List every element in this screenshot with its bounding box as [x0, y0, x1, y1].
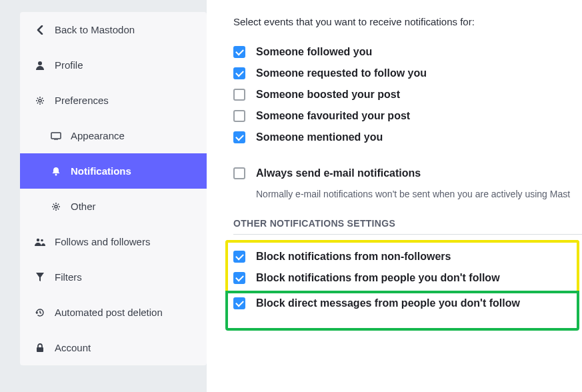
lock-icon: [33, 343, 47, 353]
option-favourited[interactable]: Someone favourited your post: [233, 110, 582, 122]
checkbox-icon[interactable]: [233, 167, 245, 179]
nav-preferences-label: Preferences: [55, 95, 109, 106]
sidebar: Back to Mastodon Profile Preferences App…: [0, 0, 207, 392]
checkbox-icon[interactable]: [233, 251, 245, 263]
section-other-heading: OTHER NOTIFICATIONS SETTINGS: [233, 218, 582, 235]
svg-rect-2: [51, 133, 61, 139]
checkbox-icon[interactable]: [233, 46, 245, 58]
chevron-left-icon: [33, 25, 47, 35]
svg-rect-8: [37, 347, 43, 352]
option-always-email[interactable]: Always send e-mail notifications: [233, 167, 582, 179]
nav-filters-label: Filters: [55, 271, 82, 283]
nav-notifications-label: Notifications: [71, 165, 131, 177]
option-label: Someone boosted your post: [256, 89, 400, 101]
checkbox-icon[interactable]: [233, 131, 245, 143]
option-label: Block notifications from non-followers: [256, 251, 451, 263]
nav-back-label: Back to Mastodon: [55, 24, 135, 35]
nav-account-label: Account: [55, 342, 91, 353]
option-block-not-following[interactable]: Block notifications from people you don'…: [233, 272, 571, 284]
option-followed[interactable]: Someone followed you: [233, 46, 582, 58]
intro-text: Select events that you want to receive n…: [233, 16, 582, 27]
history-icon: [33, 308, 47, 317]
option-label: Someone followed you: [256, 46, 372, 58]
nav-automated-label: Automated post deletion: [55, 307, 163, 318]
option-always-email-group: Always send e-mail notifications Normall…: [233, 167, 582, 199]
user-icon: [33, 61, 47, 70]
main-content: Select events that you want to receive n…: [207, 0, 582, 392]
option-label: Always send e-mail notifications: [256, 167, 421, 179]
bell-icon: [49, 167, 63, 176]
option-label: Someone mentioned you: [256, 131, 383, 143]
option-requested[interactable]: Someone requested to follow you: [233, 67, 582, 79]
option-label: Someone favourited your post: [256, 110, 410, 122]
option-label: Block direct messages from people you do…: [256, 297, 520, 309]
checkbox-icon[interactable]: [233, 297, 245, 309]
nav-automated[interactable]: Automated post deletion: [20, 295, 207, 330]
nav-preferences[interactable]: Preferences: [20, 83, 207, 118]
gear-icon: [49, 202, 63, 211]
svg-point-1: [39, 99, 41, 102]
nav-other[interactable]: Other: [20, 189, 207, 224]
highlight-yellow-box: Block notifications from non-followers B…: [225, 240, 579, 291]
nav-follows[interactable]: Follows and followers: [20, 224, 207, 259]
checkbox-icon[interactable]: [233, 67, 245, 79]
monitor-icon: [49, 132, 63, 140]
gear-icon: [33, 96, 47, 105]
checkbox-icon[interactable]: [233, 89, 245, 101]
nav-appearance-label: Appearance: [71, 130, 125, 141]
nav-appearance[interactable]: Appearance: [20, 118, 207, 153]
filter-icon: [33, 273, 47, 282]
svg-point-4: [55, 173, 57, 175]
checkbox-icon[interactable]: [233, 272, 245, 284]
users-icon: [33, 238, 47, 246]
svg-point-6: [37, 238, 39, 241]
nav-back[interactable]: Back to Mastodon: [20, 12, 207, 47]
option-mentioned[interactable]: Someone mentioned you: [233, 131, 582, 143]
svg-point-0: [38, 61, 42, 65]
option-label: Someone requested to follow you: [256, 67, 427, 79]
nav-notifications[interactable]: Notifications: [20, 153, 207, 189]
nav-filters[interactable]: Filters: [20, 259, 207, 295]
nav-profile-label: Profile: [55, 59, 83, 71]
nav-follows-label: Follows and followers: [55, 236, 150, 247]
svg-point-7: [41, 239, 43, 241]
option-label: Block notifications from people you don'…: [256, 272, 500, 284]
option-always-email-sub: Normally e-mail notifications won't be s…: [256, 189, 582, 199]
svg-point-5: [55, 205, 57, 208]
nav-profile[interactable]: Profile: [20, 47, 207, 83]
nav-account[interactable]: Account: [20, 330, 207, 365]
sidebar-nav: Back to Mastodon Profile Preferences App…: [20, 12, 207, 365]
checkbox-icon[interactable]: [233, 110, 245, 122]
option-block-non-followers[interactable]: Block notifications from non-followers: [233, 251, 571, 263]
option-block-dm-not-following[interactable]: Block direct messages from people you do…: [233, 297, 571, 309]
option-boosted[interactable]: Someone boosted your post: [233, 89, 582, 101]
highlight-green-box: Block direct messages from people you do…: [225, 291, 579, 331]
nav-other-label: Other: [71, 201, 96, 212]
